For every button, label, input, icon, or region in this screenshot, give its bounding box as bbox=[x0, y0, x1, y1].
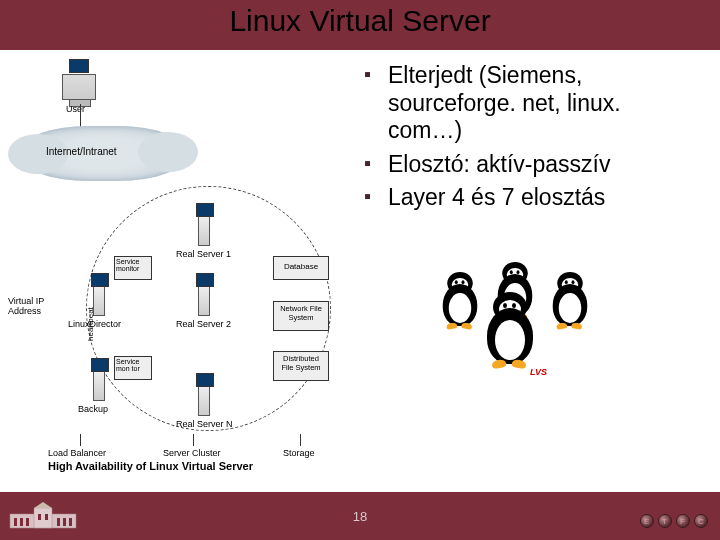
real-server-2-icon bbox=[198, 286, 210, 316]
backup-icon bbox=[93, 371, 105, 401]
heartbeat-label: heartbeat bbox=[86, 307, 95, 341]
bullet-item: Layer 4 és 7 elosztás bbox=[360, 184, 700, 212]
svg-rect-2 bbox=[20, 518, 23, 526]
tux-penguin-icon bbox=[548, 272, 593, 332]
user-label: User bbox=[66, 104, 85, 114]
service-monitor-box-2: Service mon tor bbox=[114, 356, 152, 380]
footer-badge-icon: F bbox=[676, 514, 690, 528]
svg-rect-5 bbox=[63, 518, 66, 526]
svg-rect-4 bbox=[57, 518, 60, 526]
footer-badges: E T F C bbox=[640, 514, 708, 528]
svg-rect-3 bbox=[26, 518, 29, 526]
bullet-item: Elterjedt (Siemens, sourceforge. net, li… bbox=[360, 62, 700, 145]
real-server-1-icon bbox=[198, 216, 210, 246]
server-cluster-label: Server Cluster bbox=[163, 448, 221, 458]
storage-label: Storage bbox=[283, 448, 315, 458]
real-server-1-label: Real Server 1 bbox=[176, 249, 231, 259]
svg-rect-1 bbox=[14, 518, 17, 526]
left-column: User Internet/Intranet Virtual IP Addres… bbox=[0, 50, 360, 492]
svg-rect-6 bbox=[69, 518, 72, 526]
svg-rect-9 bbox=[38, 514, 41, 520]
nfs-box: Network File System bbox=[273, 301, 329, 331]
lvs-architecture-diagram: User Internet/Intranet Virtual IP Addres… bbox=[8, 56, 348, 476]
bullet-item: Elosztó: aktív-passzív bbox=[360, 151, 700, 179]
virtual-ip-label: Virtual IP Address bbox=[8, 296, 52, 316]
tux-penguin-cluster: LVS bbox=[420, 252, 640, 402]
bullet-list: Elterjedt (Siemens, sourceforge. net, li… bbox=[360, 62, 700, 212]
footer-badge-icon: E bbox=[640, 514, 654, 528]
connector-line bbox=[80, 104, 81, 128]
tux-penguin-icon bbox=[438, 272, 483, 332]
right-column: Elterjedt (Siemens, sourceforge. net, li… bbox=[360, 50, 720, 492]
footer-badge-icon: C bbox=[694, 514, 708, 528]
university-building-icon bbox=[8, 500, 78, 530]
user-computer-icon bbox=[62, 74, 96, 100]
lvs-brand-label: LVS bbox=[530, 367, 547, 377]
slide-title: Linux Virtual Server bbox=[229, 4, 490, 38]
database-box: Database bbox=[273, 256, 329, 280]
svg-marker-8 bbox=[34, 502, 52, 508]
title-bar: Linux Virtual Server bbox=[0, 0, 720, 50]
footer-badge-icon: T bbox=[658, 514, 672, 528]
page-number: 18 bbox=[353, 509, 367, 524]
backup-label: Backup bbox=[78, 404, 108, 414]
service-monitor-box: Service monitor bbox=[114, 256, 152, 280]
svg-rect-7 bbox=[34, 508, 52, 528]
connector-line bbox=[80, 434, 81, 446]
slide-content: User Internet/Intranet Virtual IP Addres… bbox=[0, 50, 720, 492]
load-balancer-label: Load Balancer bbox=[48, 448, 106, 458]
footer-logo bbox=[8, 500, 78, 534]
tux-penguin-main-icon bbox=[480, 292, 540, 372]
dfs-box: Distributed File System bbox=[273, 351, 329, 381]
svg-rect-10 bbox=[45, 514, 48, 520]
connector-line bbox=[300, 434, 301, 446]
cloud-label: Internet/Intranet bbox=[46, 146, 117, 157]
diagram-caption: High Availability of Linux Virtual Serve… bbox=[48, 460, 253, 472]
real-server-2-label: Real Server 2 bbox=[176, 319, 231, 329]
footer-bar: 18 E T F C bbox=[0, 492, 720, 540]
real-server-n-label: Real Server N bbox=[176, 419, 233, 429]
connector-line bbox=[193, 434, 194, 446]
real-server-n-icon bbox=[198, 386, 210, 416]
